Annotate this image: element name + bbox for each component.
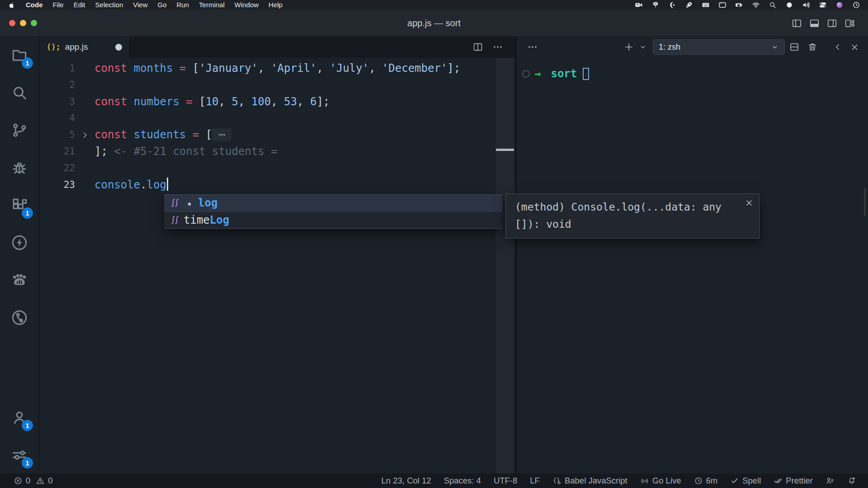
status-encoding[interactable]: UTF-8	[494, 476, 517, 486]
activity-item-explorer[interactable]: 1	[0, 36, 38, 74]
toggle-primary-sidebar-icon[interactable]	[791, 18, 802, 29]
activity-item-accounts[interactable]: 1	[0, 399, 38, 436]
code-editor[interactable]: 1const months = ['January', 'April', 'Ju…	[39, 58, 515, 474]
split-terminal-icon[interactable]	[788, 41, 800, 53]
menu-file[interactable]: File	[48, 0, 69, 10]
debug-icon	[10, 159, 28, 177]
tab-appjs[interactable]: (); app.js	[39, 36, 129, 58]
code-line: 1const months = ['January', 'April', 'Ju…	[39, 60, 515, 77]
status-accounts-status[interactable]	[826, 476, 835, 485]
new-terminal-dropdown-icon[interactable]	[637, 41, 649, 53]
control-center-icon[interactable]	[818, 1, 827, 9]
status-prettier[interactable]: Prettier	[774, 476, 813, 486]
menu-edit[interactable]: Edit	[69, 0, 90, 10]
activity-item-extensions[interactable]: 1	[0, 186, 38, 224]
split-editor-icon[interactable]	[472, 42, 483, 52]
more-actions-icon[interactable]	[492, 42, 503, 52]
menu-selection[interactable]: Selection	[90, 0, 128, 10]
activity-item-thunder-client[interactable]	[0, 224, 38, 261]
token: ,	[219, 95, 232, 108]
status-timer[interactable]: 6m	[694, 476, 718, 486]
status-bar-left: 00	[14, 476, 53, 486]
window-title: app.js — sort	[0, 10, 868, 36]
window-icon[interactable]	[717, 1, 727, 9]
status-label: 6m	[706, 476, 718, 486]
token: ,	[297, 95, 310, 108]
status-eol[interactable]: LF	[530, 476, 540, 486]
activity-item-code-stats[interactable]	[0, 261, 38, 299]
token: ];	[94, 145, 108, 158]
new-terminal-icon[interactable]	[623, 41, 635, 53]
suggest-item-log[interactable]: ★log	[164, 195, 502, 211]
menu-code[interactable]: Code	[21, 0, 48, 10]
toggle-panel-icon[interactable]	[809, 18, 820, 29]
record-dot-icon[interactable]	[784, 1, 794, 9]
status-problems-errors[interactable]: 0	[14, 476, 30, 486]
terminal-cursor	[583, 68, 589, 80]
keyboard-icon[interactable]	[701, 1, 710, 9]
battery-charging-icon[interactable]	[734, 1, 744, 9]
video-camera-icon[interactable]	[634, 1, 643, 9]
terminal-select[interactable]: 1: zsh	[653, 39, 785, 55]
status-cursor-position[interactable]: Ln 23, Col 12	[382, 476, 431, 486]
menu-window[interactable]: Window	[230, 0, 264, 10]
status-notifications[interactable]	[847, 476, 856, 485]
menu-terminal[interactable]: Terminal	[194, 0, 230, 10]
search-icon[interactable]	[768, 1, 777, 9]
activity-item-settings[interactable]: 1	[0, 436, 38, 474]
token: 53	[284, 95, 297, 108]
code-line: 22	[39, 160, 515, 177]
status-go-live[interactable]: Go Live	[640, 476, 681, 486]
token: ,	[369, 62, 382, 75]
menu-view[interactable]: View	[128, 0, 152, 10]
editor-scrollbar[interactable]	[496, 58, 514, 474]
code-text: const numbers = [10, 5, 100, 53, 6];	[94, 94, 330, 110]
activity-item-search[interactable]	[0, 74, 38, 111]
menu-go[interactable]: Go	[153, 0, 172, 10]
terminal-scrollbar[interactable]	[864, 188, 866, 216]
person-list-icon	[826, 476, 835, 485]
layout-controls	[791, 10, 855, 36]
rocket-icon[interactable]	[684, 1, 693, 9]
fold-collapsed-icon[interactable]	[75, 131, 94, 140]
apple-icon[interactable]	[8, 1, 15, 9]
line-number: 5	[39, 127, 75, 143]
activity-bar-bottom: 11	[0, 399, 38, 474]
toggle-secondary-sidebar-icon[interactable]	[826, 18, 838, 29]
wifi-icon[interactable]	[751, 1, 760, 9]
customize-layout-icon[interactable]	[844, 18, 855, 29]
code-line: 23console.log	[39, 177, 515, 193]
status-problems-warnings[interactable]: 0	[36, 476, 52, 486]
activity-item-run-debug[interactable]	[0, 149, 38, 186]
siri-icon[interactable]	[835, 1, 844, 9]
status-language-mode[interactable]: Babel JavaScript	[552, 476, 627, 486]
window-title-bar: app.js — sort	[0, 10, 868, 36]
activity-item-gitlens[interactable]	[0, 299, 38, 336]
token: [	[199, 128, 212, 141]
kill-terminal-icon[interactable]	[807, 41, 818, 53]
menu-help[interactable]: Help	[264, 0, 288, 10]
volume-icon[interactable]	[801, 1, 811, 9]
chevron-down-icon	[771, 43, 779, 51]
status-spell[interactable]: Spell	[730, 476, 761, 486]
terminal-more-actions-icon[interactable]	[527, 41, 538, 53]
clock-circle-icon[interactable]	[851, 1, 861, 9]
suggest-item-timelog[interactable]: timeLog	[164, 211, 502, 229]
status-indentation[interactable]: Spaces: 4	[444, 476, 481, 486]
token: ];	[316, 95, 330, 108]
activity-item-source-control[interactable]	[0, 111, 38, 149]
label-part: time	[184, 214, 210, 226]
token: 100	[251, 95, 271, 108]
terminal-prompt-line[interactable]: → sort	[517, 66, 589, 81]
chevron-left-icon[interactable]	[832, 41, 844, 53]
close-panel-icon[interactable]	[849, 41, 860, 53]
close-icon[interactable]	[745, 198, 754, 207]
menu-run[interactable]: Run	[172, 0, 194, 10]
code-text: ]; <- #5-21 const students =	[94, 143, 278, 160]
code-text: const months = ['January', 'April', 'Jul…	[94, 60, 460, 77]
spray-icon[interactable]	[651, 1, 660, 9]
token: const	[94, 62, 127, 75]
token: 'July'	[330, 62, 369, 75]
modified-indicator-dot[interactable]	[115, 44, 122, 51]
crescent-icon[interactable]	[667, 1, 677, 9]
